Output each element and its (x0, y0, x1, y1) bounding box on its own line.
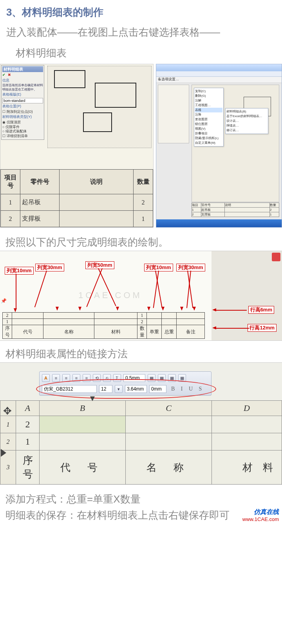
template-label: 表格模版(E) (2, 92, 43, 97)
arrow-down-icon (180, 307, 183, 311)
footer-line-2: 明细表的保存：在材料明细表上点击右键保存即可 (0, 508, 282, 524)
align-left-icon[interactable]: ≡ (52, 374, 60, 382)
close-icon[interactable] (272, 253, 280, 261)
rect-3 (83, 112, 112, 132)
font-name-select[interactable] (42, 385, 97, 393)
indent-input[interactable] (149, 385, 166, 393)
right-screenshot: 备选项设置… 复制(C) 删除(G) 注解 工程视图… 表格 注释 更改图层 锁… (156, 64, 282, 228)
type-opt3[interactable]: ○ 缩进式装配体 (2, 129, 43, 134)
row-header[interactable]: 2 (0, 433, 16, 450)
menu-item[interactable]: 删除(G) (195, 94, 222, 98)
cell-selected[interactable] (40, 416, 126, 433)
drawing-canvas[interactable] (47, 66, 152, 148)
menu-item[interactable]: 基于Excel的材料明细表… (226, 114, 267, 119)
col-header-a[interactable]: A (16, 401, 40, 416)
cell[interactable]: 代 号 (40, 450, 126, 485)
cancel-icon[interactable]: ✖ (8, 73, 11, 78)
line-spacing-input[interactable] (125, 385, 147, 393)
arrow-down-icon (78, 307, 81, 311)
cell[interactable] (40, 433, 126, 450)
tab-bar[interactable]: 备选项设置… (156, 77, 282, 83)
menu-item[interactable]: 自定义菜单(M) (195, 141, 222, 145)
row-header[interactable]: 1 (0, 416, 16, 433)
menu-item[interactable]: 设计表… (226, 119, 267, 123)
cell[interactable]: 1 (16, 433, 40, 450)
menu-item[interactable]: 折叠项目 (195, 131, 222, 136)
col-header-b[interactable]: B (40, 401, 126, 416)
position-check[interactable]: ☐ 附加到定位点(O) (2, 110, 43, 114)
context-submenu[interactable]: 材料明细表(B) 基于Excel的材料明细表… 设计表… 焊缝表… 修订表… (225, 108, 268, 134)
feature-tree[interactable] (158, 85, 189, 143)
dim-label-h6: 行高6mm (248, 306, 274, 314)
col-header-d[interactable]: D (212, 401, 282, 416)
dim-label-w30a: 列宽30mm (35, 264, 64, 271)
grid-icon-3[interactable]: ▦ (168, 374, 176, 382)
arrow-down-icon (14, 308, 17, 312)
menu-item[interactable]: 更改图层 (195, 117, 222, 122)
grid-icon-4[interactable]: ▦ (178, 374, 186, 382)
menu-item[interactable]: 注释 (195, 112, 222, 117)
context-menu[interactable]: 复制(C) 删除(G) 注解 工程视图… 表格 注释 更改图层 锁住图层 视图(… (194, 88, 224, 147)
type-opt4[interactable]: ☐ 详细切割清单 (2, 134, 43, 139)
expand-handle-icon[interactable] (1, 449, 6, 457)
menu-item[interactable]: 复制(C) (195, 89, 222, 94)
font-color-icon[interactable]: A (42, 374, 50, 382)
font-size-select[interactable] (99, 385, 112, 393)
menu-item[interactable]: 焊缝表… (226, 123, 267, 128)
pin-icon[interactable]: 📌 (1, 298, 7, 304)
arrow-down-icon (90, 396, 95, 401)
cell[interactable]: 名 称 (126, 450, 212, 485)
menu-item[interactable]: 修订表… (226, 128, 267, 133)
cell[interactable]: 2 (16, 416, 40, 433)
ok-icon[interactable]: ✔ (2, 73, 5, 78)
cell[interactable]: 材 料 (212, 450, 282, 485)
menu-item[interactable]: 表格 (195, 108, 222, 112)
rect-2 (95, 83, 136, 108)
type-opt1[interactable]: ◉ 仅限顶层 (2, 120, 43, 125)
thickness-input[interactable] (123, 374, 145, 382)
grid-icon-2[interactable]: ▦ (158, 374, 166, 382)
move-handle-icon[interactable]: ✥ (3, 405, 12, 417)
align-right-icon[interactable]: ≡ (72, 374, 80, 382)
dimension-figure: 1CAE.COM 列宽10mm 列宽30mm 列宽50mm 列宽10mm 列宽3… (0, 251, 282, 341)
arrow-down-icon (147, 307, 150, 311)
menu-item[interactable]: 工程视图… (195, 103, 222, 108)
screenshot-row: 材料明细表 ✔ ✖ 信息 选择选项然后单击确定将材料明细表放置在工程图中。 表格… (0, 62, 282, 229)
menu-item[interactable]: 注解 (195, 98, 222, 103)
menubar[interactable] (156, 71, 282, 77)
sigma-icon[interactable]: Σ (113, 374, 121, 382)
cell[interactable] (212, 416, 282, 433)
table-row[interactable]: 3 序号 代 号 名 称 材 料 (0, 450, 282, 485)
menu-item[interactable]: 锁住图层 (195, 122, 222, 127)
type-opt2[interactable]: ○ 仅限零件 (2, 125, 43, 130)
valign-icon[interactable]: ≡ (83, 374, 90, 382)
align-center-icon[interactable]: ≡ (62, 374, 70, 382)
cell[interactable] (126, 416, 212, 433)
biu-labels[interactable]: B I U S (171, 386, 204, 392)
spreadsheet[interactable]: A B C D 1 2 2 1 3 序号 代 号 名 称 材 料 (0, 400, 282, 485)
position-label: 表格位置(P) (2, 104, 43, 109)
panel-title: 材料明细表 (2, 66, 43, 72)
cell[interactable] (126, 433, 212, 450)
table-row[interactable]: 2 1 (0, 433, 282, 450)
arrow-down-icon (116, 307, 119, 311)
table-row[interactable]: 1 2 (0, 416, 282, 433)
col-header-c[interactable]: C (126, 401, 212, 416)
cell[interactable] (212, 433, 282, 450)
dropdown-icon[interactable]: ▾ (115, 385, 123, 393)
arrow-line (86, 268, 103, 307)
property-link-figure: A ≡ ≡ ≡ ≡ ⟲ ⎋ Σ ▦ ▦ ▦ ▦ ▾ B I U S ✥ (0, 362, 282, 485)
cell[interactable]: 序号 (16, 450, 40, 485)
rotate-icon[interactable]: ⟲ (93, 374, 101, 382)
template-input[interactable] (2, 98, 43, 103)
instruction-2: 材料明细表属性的链接方法 (0, 341, 282, 362)
menu-item[interactable]: 视图(V) (195, 127, 222, 131)
grid-icon-1[interactable]: ▦ (148, 374, 155, 382)
taskbar (156, 219, 282, 227)
brand-title: 仿真在线 (242, 508, 279, 516)
link-icon[interactable]: ⎋ (103, 374, 111, 382)
arrow-line (215, 328, 249, 329)
menu-item[interactable]: 材料明细表(B) (226, 109, 267, 114)
bom-h4: 数量 (134, 170, 153, 194)
menu-item[interactable]: 隐藏/显示线框(L) (195, 136, 222, 141)
